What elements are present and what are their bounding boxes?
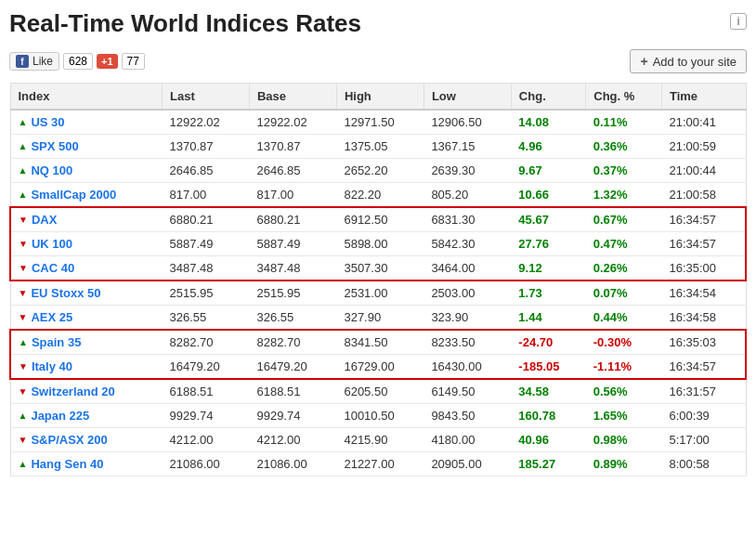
low-cell: 5842.30 xyxy=(424,232,511,256)
low-cell: 1367.15 xyxy=(424,135,511,159)
time-cell: 16:35:00 xyxy=(661,256,746,281)
index-name-cell: ▲ NQ 100 xyxy=(10,159,162,183)
index-name-text: CAC 40 xyxy=(32,261,74,275)
index-name-cell: ▼ Switzerland 20 xyxy=(10,379,162,404)
chg-pct-cell: 0.11% xyxy=(586,110,662,135)
chg-cell: 14.08 xyxy=(511,110,585,135)
add-to-site-button[interactable]: + Add to your site xyxy=(630,49,747,73)
table-row: ▼ Italy 40 16479.20 16479.20 16729.00 16… xyxy=(10,355,746,380)
chg-cell: 34.58 xyxy=(511,379,585,404)
col-base: Base xyxy=(249,84,336,111)
last-cell: 16479.20 xyxy=(162,355,249,380)
base-cell: 817.00 xyxy=(249,183,336,208)
fb-like-button[interactable]: f Like xyxy=(9,52,59,71)
low-cell: 805.20 xyxy=(424,183,511,208)
time-cell: 16:34:57 xyxy=(661,232,746,256)
index-link[interactable]: ▼ CAC 40 xyxy=(19,261,154,275)
time-cell: 21:00:59 xyxy=(661,135,746,159)
low-cell: 2503.00 xyxy=(424,281,511,306)
index-link[interactable]: ▼ Switzerland 20 xyxy=(19,385,155,398)
low-cell: 6831.30 xyxy=(424,207,511,232)
chg-pct-cell: 0.36% xyxy=(586,135,662,159)
index-link[interactable]: ▲ Japan 225 xyxy=(19,409,155,423)
base-cell: 5887.49 xyxy=(249,232,336,256)
col-low: Low xyxy=(424,84,511,111)
arrow-down-icon: ▼ xyxy=(19,386,28,397)
chg-pct-cell: 1.32% xyxy=(586,183,662,208)
high-cell: 6205.50 xyxy=(336,379,424,404)
index-link[interactable]: ▲ NQ 100 xyxy=(19,163,155,177)
chg-cell: 45.67 xyxy=(511,207,585,232)
low-cell: 323.90 xyxy=(424,306,511,331)
index-link[interactable]: ▼ AEX 25 xyxy=(19,310,155,324)
last-cell: 1370.87 xyxy=(162,135,249,159)
index-name-cell: ▼ CAC 40 xyxy=(10,256,162,281)
base-cell: 4212.00 xyxy=(249,428,336,452)
index-link[interactable]: ▲ SPX 500 xyxy=(19,139,155,153)
high-cell: 327.90 xyxy=(336,306,424,331)
last-cell: 817.00 xyxy=(162,183,249,208)
index-name-cell: ▼ UK 100 xyxy=(10,232,162,256)
last-cell: 9929.74 xyxy=(162,404,249,428)
table-row: ▼ Switzerland 20 6188.51 6188.51 6205.50… xyxy=(10,379,746,404)
base-cell: 6188.51 xyxy=(249,379,336,404)
arrow-up-icon: ▲ xyxy=(19,189,28,200)
index-name-text: Hang Sen 40 xyxy=(31,457,103,471)
arrow-down-icon: ▼ xyxy=(19,263,28,273)
arrow-down-icon: ▼ xyxy=(19,215,28,225)
col-chg: Chg. xyxy=(511,84,585,111)
index-name-text: AEX 25 xyxy=(31,310,72,324)
base-cell: 12922.02 xyxy=(249,110,336,135)
toolbar: f Like 628 +1 77 + Add to your site xyxy=(9,46,747,77)
chg-pct-cell: 0.47% xyxy=(586,232,662,256)
index-name-cell: ▼ Italy 40 xyxy=(10,355,162,380)
index-name-text: NQ 100 xyxy=(31,163,72,177)
chg-pct-cell: 0.07% xyxy=(586,281,662,306)
chg-cell: 1.73 xyxy=(511,281,585,306)
high-cell: 16729.00 xyxy=(336,355,424,380)
index-name-cell: ▼ DAX xyxy=(10,207,162,232)
high-cell: 12971.50 xyxy=(336,110,424,135)
time-cell: 21:00:58 xyxy=(661,183,746,208)
table-body: ▲ US 30 12922.02 12922.02 12971.50 12906… xyxy=(10,110,746,476)
index-name-cell: ▲ SmallCap 2000 xyxy=(10,183,162,208)
index-link[interactable]: ▼ EU Stoxx 50 xyxy=(19,286,155,300)
table-row: ▲ US 30 12922.02 12922.02 12971.50 12906… xyxy=(10,110,746,135)
low-cell: 16430.00 xyxy=(424,355,511,380)
index-link[interactable]: ▼ S&P/ASX 200 xyxy=(19,433,155,447)
last-cell: 8282.70 xyxy=(162,330,249,355)
index-link[interactable]: ▲ Hang Sen 40 xyxy=(19,457,155,471)
index-link[interactable]: ▼ Italy 40 xyxy=(19,359,154,373)
arrow-up-icon: ▲ xyxy=(19,411,28,421)
high-cell: 6912.50 xyxy=(336,207,424,232)
chg-cell: -185.05 xyxy=(511,355,585,380)
index-link[interactable]: ▼ UK 100 xyxy=(19,237,154,251)
high-cell: 5898.00 xyxy=(336,232,424,256)
index-link[interactable]: ▲ SmallCap 2000 xyxy=(19,188,155,202)
index-link[interactable]: ▲ US 30 xyxy=(19,115,155,129)
fb-like-label: Like xyxy=(33,55,53,68)
chg-pct-cell: 0.44% xyxy=(586,306,662,331)
time-cell: 21:00:41 xyxy=(661,110,746,135)
page-title: Real-Time World Indices Rates xyxy=(9,9,361,38)
base-cell: 9929.74 xyxy=(249,404,336,428)
time-cell: 16:34:58 xyxy=(661,306,746,331)
page-header: Real-Time World Indices Rates i xyxy=(9,9,747,38)
last-cell: 21086.00 xyxy=(162,452,249,476)
last-cell: 2646.85 xyxy=(162,159,249,183)
high-cell: 3507.30 xyxy=(336,256,424,281)
index-name-text: US 30 xyxy=(31,115,64,129)
high-cell: 822.20 xyxy=(336,183,424,208)
table-row: ▼ AEX 25 326.55 326.55 327.90 323.90 1.4… xyxy=(10,306,746,331)
base-cell: 3487.48 xyxy=(249,256,336,281)
low-cell: 2639.30 xyxy=(424,159,511,183)
arrow-up-icon: ▲ xyxy=(19,117,28,127)
base-cell: 326.55 xyxy=(249,306,336,331)
info-icon[interactable]: i xyxy=(730,13,747,30)
index-link[interactable]: ▼ DAX xyxy=(19,213,154,227)
gplus-button[interactable]: +1 xyxy=(97,54,118,69)
last-cell: 3487.48 xyxy=(162,256,249,281)
index-link[interactable]: ▲ Spain 35 xyxy=(19,335,154,349)
gplus-count: 77 xyxy=(122,53,145,70)
time-cell: 8:00:58 xyxy=(661,452,746,476)
